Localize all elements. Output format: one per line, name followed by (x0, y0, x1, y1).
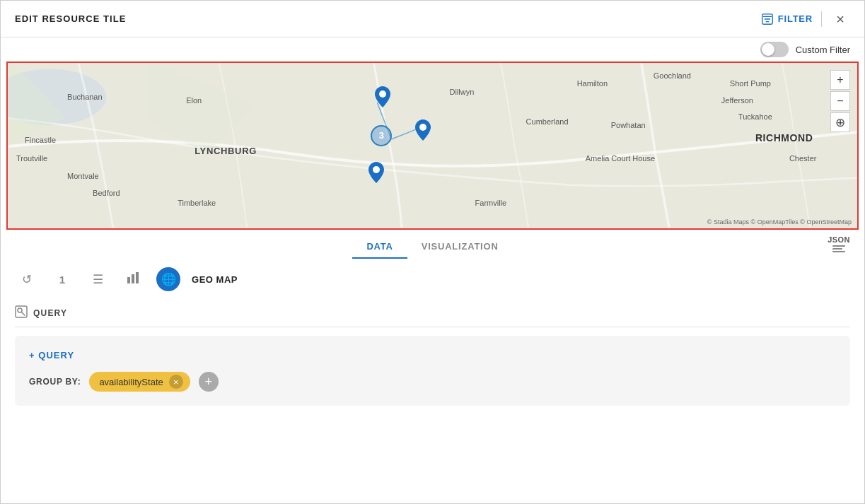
query-section-title: QUERY (33, 308, 67, 318)
tag-text: availabilityState (99, 377, 163, 387)
map-pin-cluster: 3 (371, 125, 392, 146)
query-section: QUERY + QUERY GROUP BY: availabilityStat… (1, 300, 864, 503)
filter-button[interactable]: FILTER (761, 13, 813, 25)
zoom-out-button[interactable]: − (830, 91, 850, 111)
json-line-2 (832, 248, 842, 250)
viz-bar-chart-button[interactable] (121, 267, 145, 291)
json-lines-icon (832, 245, 845, 252)
json-label: JSON (828, 235, 850, 244)
map-svg (8, 63, 857, 228)
tag-remove-button[interactable]: × (169, 375, 183, 389)
custom-filter-toggle[interactable] (760, 42, 789, 57)
custom-filter-label: Custom Filter (796, 45, 850, 55)
query-section-header: QUERY (15, 300, 850, 327)
json-line-3 (832, 251, 845, 252)
bar-chart-icon (127, 271, 139, 288)
pin-svg-3 (368, 162, 384, 183)
map-pin-1 (375, 86, 390, 107)
zoom-in-button[interactable]: + (830, 70, 850, 90)
geo-map-icon: 🌐 (161, 272, 176, 287)
tag-add-button[interactable]: + (199, 372, 219, 392)
list-icon: ☰ (93, 272, 103, 287)
header-divider (821, 11, 822, 27)
map-container[interactable]: Fincastle Buchanan Troutville Montvale E… (6, 61, 859, 230)
json-button[interactable]: JSON (828, 235, 850, 252)
query-icon (15, 305, 28, 321)
header-actions: FILTER × (761, 9, 850, 29)
close-button[interactable]: × (830, 9, 850, 29)
availability-state-tag: availabilityState × (89, 372, 190, 392)
geo-map-label: GEO MAP (192, 274, 238, 285)
globe-button[interactable]: ⊕ (830, 112, 850, 132)
filter-icon (761, 13, 774, 25)
add-query-label: + QUERY (29, 350, 74, 361)
svg-point-7 (373, 166, 380, 173)
custom-filter-row: Custom Filter (1, 37, 864, 61)
svg-point-5 (379, 90, 386, 98)
attribution-text: © Stadia Maps © OpenMapTiles © OpenStree… (707, 218, 852, 225)
cluster-marker: 3 (371, 125, 392, 146)
viz-refresh-button[interactable]: ↺ (15, 267, 39, 291)
svg-point-6 (419, 124, 426, 131)
add-query-button[interactable]: + QUERY (29, 350, 74, 361)
pin-svg-1 (375, 86, 390, 107)
query-box: + QUERY GROUP BY: availabilityState × + (15, 336, 850, 406)
tab-data[interactable]: DATA (352, 235, 407, 259)
pin-svg-2 (415, 119, 431, 141)
viz-list-button[interactable]: ☰ (86, 267, 110, 291)
single-value-icon: 1 (59, 274, 65, 286)
viz-single-value-button[interactable]: 1 (50, 267, 74, 291)
tabs-row: DATA VISUALIZATION JSON (1, 230, 864, 259)
viz-geo-map-button[interactable]: 🌐 (156, 267, 180, 291)
edit-resource-tile-dialog: EDIT RESOURCE TILE FILTER × Custom Filte… (0, 0, 865, 504)
map-background: Fincastle Buchanan Troutville Montvale E… (8, 63, 857, 228)
svg-rect-8 (127, 277, 130, 283)
map-controls: + − ⊕ (830, 70, 850, 132)
svg-rect-9 (132, 274, 134, 283)
map-attribution: © Stadia Maps © OpenMapTiles © OpenStree… (707, 218, 852, 225)
json-line-1 (832, 245, 845, 247)
group-by-label: GROUP BY: (29, 377, 81, 387)
dialog-title: EDIT RESOURCE TILE (15, 13, 126, 24)
tab-visualization[interactable]: VISUALIZATION (407, 235, 513, 259)
filter-label: FILTER (778, 13, 813, 24)
map-pin-3 (368, 162, 384, 183)
svg-rect-10 (136, 272, 139, 283)
viz-type-row: ↺ 1 ☰ 🌐 GEO MAP (1, 259, 864, 300)
dialog-header: EDIT RESOURCE TILE FILTER × (1, 1, 864, 37)
map-pin-2 (415, 119, 431, 141)
refresh-icon: ↺ (22, 272, 32, 287)
group-by-row: GROUP BY: availabilityState × + (29, 372, 836, 392)
